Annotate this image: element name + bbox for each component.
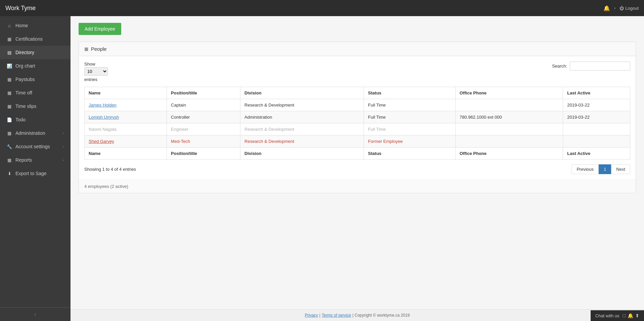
sidebar-icon-export-to-sage: ⬇	[7, 171, 12, 176]
cell-position: Controller	[167, 111, 240, 123]
tos-link[interactable]: Terms of service	[322, 313, 351, 318]
table-icon: ▦	[84, 46, 88, 51]
sidebar-item-org-chart[interactable]: 📊 Org chart	[0, 59, 71, 73]
cell-name[interactable]: Lomish Umrysh	[85, 111, 167, 123]
footer-col-header: Status	[364, 148, 456, 160]
sidebar-label-time-off: Time off	[15, 90, 64, 95]
chat-icons: □ 🔔 ⬆	[623, 313, 639, 318]
table-row: James HoldenCaptainResearch & Developmen…	[85, 99, 630, 111]
cell-division: Administration	[240, 111, 364, 123]
cell-phone	[455, 135, 563, 148]
privacy-link[interactable]: Privacy	[305, 313, 318, 318]
cell-division: Research & Development	[240, 99, 364, 111]
table-row: Shed GarveyMed-TechResearch & Developmen…	[85, 135, 630, 148]
employee-name-link[interactable]: Shed Garvey	[89, 139, 114, 144]
sidebar: ⌂ Home ▦ Certifications ▤ Directory 📊 Or…	[0, 16, 71, 321]
chat-bell-icon: 🔔	[628, 313, 633, 318]
topbar: Work Tyme 🔔 › ⏻ Logout	[0, 0, 644, 16]
sidebar-item-todo[interactable]: 📄 Todo	[0, 113, 71, 126]
chevron-icon-account-settings: ›	[62, 145, 64, 149]
sidebar-label-certifications: Certifications	[15, 36, 64, 42]
sidebar-collapse-button[interactable]: ‹	[0, 307, 71, 321]
sidebar-item-paystubs[interactable]: ▦ Paystubs	[0, 73, 71, 86]
chat-label: Chat with us	[595, 313, 619, 318]
cell-phone	[455, 99, 563, 111]
sidebar-label-time-slips: Time slips	[15, 104, 64, 109]
search-input[interactable]	[570, 62, 630, 71]
logout-button[interactable]: ⏻ Logout	[619, 6, 639, 11]
footer-col-header: Division	[240, 148, 364, 160]
sidebar-item-account-settings[interactable]: 🔧 Account settings ›	[0, 140, 71, 153]
col-name: Name	[85, 87, 167, 99]
cell-last-active	[563, 123, 630, 135]
sidebar-item-directory[interactable]: ▤ Directory	[0, 46, 71, 59]
cell-position: Engineer	[167, 123, 240, 135]
next-button[interactable]: Next	[611, 164, 630, 174]
sidebar-icon-certifications: ▦	[7, 37, 12, 42]
sidebar-icon-time-slips: ▦	[7, 104, 12, 109]
search-label: Search:	[552, 64, 567, 69]
sidebar-label-paystubs: Paystubs	[15, 77, 64, 82]
sidebar-icon-paystubs: ▦	[7, 77, 12, 82]
employee-count: 4 employees (2 active)	[84, 184, 128, 189]
cell-position: Captain	[167, 99, 240, 111]
table-header-row: Name Position/title Division Status Offi…	[85, 87, 630, 99]
entries-label: entries	[84, 77, 108, 82]
cell-name[interactable]: James Holden	[85, 99, 167, 111]
sidebar-item-certifications[interactable]: ▦ Certifications	[0, 32, 71, 46]
col-division: Division	[240, 87, 364, 99]
sidebar-icon-time-off: ▦	[7, 90, 12, 95]
cell-status: Former Employee	[364, 135, 456, 148]
sidebar-item-time-slips[interactable]: ▦ Time slips	[0, 99, 71, 113]
pagination-controls: Previous 1 Next	[571, 164, 630, 174]
sidebar-item-home[interactable]: ⌂ Home	[0, 19, 71, 32]
sidebar-label-account-settings: Account settings	[15, 144, 59, 149]
employee-name-link[interactable]: Lomish Umrysh	[89, 115, 119, 120]
sidebar-icon-directory: ▤	[7, 50, 12, 55]
col-phone: Office Phone	[455, 87, 563, 99]
cell-status: Full Time	[364, 111, 456, 123]
sidebar-item-export-to-sage[interactable]: ⬇ Export to Sage	[0, 167, 71, 180]
collapse-icon: ‹	[35, 312, 36, 317]
table-header: Name Position/title Division Status Offi…	[85, 87, 630, 99]
table-row: Lomish UmryshControllerAdministrationFul…	[85, 111, 630, 123]
sidebar-label-org-chart: Org chart	[15, 63, 64, 69]
sidebar-label-export-to-sage: Export to Sage	[15, 171, 64, 176]
people-card-header: ▦ People	[79, 42, 636, 56]
employee-name-link[interactable]: James Holden	[89, 103, 117, 108]
chevron-icon-reports: ›	[62, 158, 64, 162]
cell-name[interactable]: Shed Garvey	[85, 135, 167, 148]
people-card-body: Show 10 25 50 100 entries Search:	[79, 56, 636, 179]
footer-col-header: Position/title	[167, 148, 240, 160]
sidebar-item-administration[interactable]: ▦ Administration ›	[0, 126, 71, 140]
cell-position: Med-Tech	[167, 135, 240, 148]
chat-widget[interactable]: Chat with us □ 🔔 ⬆	[591, 310, 644, 321]
content-area: Add Employee ▦ People Show 10 25	[71, 16, 644, 309]
chat-send-icon: ⬆	[635, 313, 639, 318]
prev-button[interactable]: Previous	[571, 164, 599, 174]
footer-col-header: Office Phone	[455, 148, 563, 160]
search-group: Search:	[552, 62, 630, 71]
notification-chevron-icon[interactable]: ›	[614, 6, 615, 10]
notification-bell-icon[interactable]: 🔔	[603, 5, 610, 11]
add-employee-button[interactable]: Add Employee	[79, 23, 121, 35]
show-label: Show	[84, 62, 108, 67]
topbar-right: 🔔 › ⏻ Logout	[603, 5, 639, 11]
sidebar-icon-administration: ▦	[7, 131, 12, 136]
show-entries-select[interactable]: 10 25 50 100	[84, 67, 108, 76]
pagination-row: Showing 1 to 4 of 4 entries Previous 1 N…	[84, 164, 630, 174]
page-1-button[interactable]: 1	[599, 164, 611, 174]
footer-col-header: Last Active	[563, 148, 630, 160]
people-card: ▦ People Show 10 25 50 100	[79, 42, 636, 193]
sidebar-icon-reports: ▦	[7, 158, 12, 163]
people-card-footer: 4 employees (2 active)	[79, 179, 636, 193]
table-row: Naomi NagataEngineerResearch & Developme…	[85, 123, 630, 135]
sidebar-item-reports[interactable]: ▦ Reports ›	[0, 153, 71, 167]
cell-status: Full Time	[364, 99, 456, 111]
footer-col-header: Name	[85, 148, 167, 160]
sidebar-item-time-off[interactable]: ▦ Time off	[0, 86, 71, 99]
sidebar-label-todo: Todo	[15, 117, 64, 122]
cell-status: Full Time	[364, 123, 456, 135]
sidebar-icon-account-settings: 🔧	[7, 144, 12, 149]
cell-name: Naomi Nagata	[85, 123, 167, 135]
